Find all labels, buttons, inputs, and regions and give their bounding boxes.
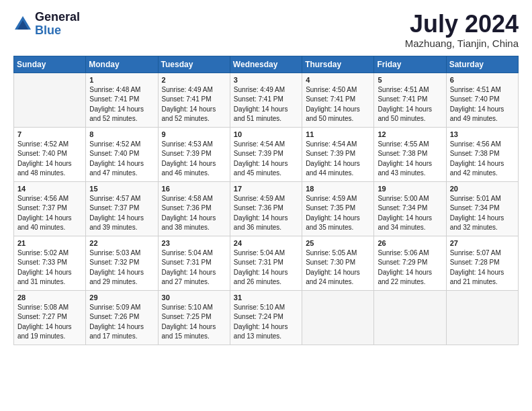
calendar-cell: 2Sunrise: 4:49 AMSunset: 7:41 PMDaylight…: [158, 73, 230, 127]
daylight-text: Daylight: 14 hoursand 36 minutes.: [234, 214, 288, 232]
day-number: 3: [234, 76, 299, 84]
calendar-cell: 10Sunrise: 4:54 AMSunset: 7:39 PMDayligh…: [230, 127, 302, 181]
day-info: Sunrise: 5:02 AMSunset: 7:33 PMDaylight:…: [17, 248, 83, 287]
day-info: Sunrise: 4:59 AMSunset: 7:36 PMDaylight:…: [234, 194, 299, 233]
sunrise-text: Sunrise: 4:52 AM: [89, 140, 140, 148]
header-tuesday: Tuesday: [158, 56, 230, 73]
calendar-cell: 29Sunrise: 5:09 AMSunset: 7:26 PMDayligh…: [86, 290, 158, 345]
day-number: 25: [306, 239, 371, 247]
header-monday: Monday: [86, 56, 158, 73]
sunrise-text: Sunrise: 5:04 AM: [162, 249, 213, 257]
sunrise-text: Sunrise: 4:51 AM: [450, 86, 501, 93]
day-number: 2: [162, 76, 227, 84]
daylight-text: Daylight: 14 hoursand 15 minutes.: [162, 323, 216, 340]
sunset-text: Sunset: 7:40 PM: [450, 95, 500, 103]
sunset-text: Sunset: 7:40 PM: [17, 150, 67, 157]
calendar-cell: 1Sunrise: 4:48 AMSunset: 7:41 PMDaylight…: [86, 73, 158, 127]
day-number: 28: [17, 293, 83, 302]
sunrise-text: Sunrise: 4:56 AM: [450, 140, 501, 148]
daylight-text: Daylight: 14 hoursand 13 minutes.: [234, 323, 288, 340]
daylight-text: Daylight: 14 hoursand 17 minutes.: [89, 323, 144, 340]
day-number: 24: [234, 239, 299, 247]
calendar-cell: 4Sunrise: 4:50 AMSunset: 7:41 PMDaylight…: [302, 73, 374, 127]
sunset-text: Sunset: 7:29 PM: [378, 259, 427, 266]
day-info: Sunrise: 5:01 AMSunset: 7:34 PMDaylight:…: [450, 194, 515, 233]
day-info: Sunrise: 5:10 AMSunset: 7:24 PMDaylight:…: [234, 303, 299, 342]
daylight-text: Daylight: 14 hoursand 32 minutes.: [450, 214, 504, 232]
title-block: July 2024 Mazhuang, Tianjin, China: [405, 11, 519, 49]
day-number: 17: [234, 185, 299, 193]
day-info: Sunrise: 5:07 AMSunset: 7:28 PMDaylight:…: [450, 248, 515, 287]
sunset-text: Sunset: 7:34 PM: [450, 204, 500, 212]
sunset-text: Sunset: 7:31 PM: [234, 259, 283, 266]
page-container: General Blue July 2024 Mazhuang, Tianjin…: [0, 0, 532, 352]
daylight-text: Daylight: 14 hoursand 45 minutes.: [234, 160, 288, 177]
day-number: 29: [89, 293, 154, 302]
sunset-text: Sunset: 7:39 PM: [162, 150, 212, 157]
sunset-text: Sunset: 7:30 PM: [306, 259, 355, 266]
calendar-cell: 11Sunrise: 4:54 AMSunset: 7:39 PMDayligh…: [302, 127, 374, 181]
calendar-cell: 17Sunrise: 4:59 AMSunset: 7:36 PMDayligh…: [230, 181, 302, 236]
day-info: Sunrise: 5:09 AMSunset: 7:26 PMDaylight:…: [89, 303, 154, 342]
day-number: 9: [162, 130, 227, 138]
calendar-cell: 3Sunrise: 4:49 AMSunset: 7:41 PMDaylight…: [230, 73, 302, 127]
day-number: 20: [450, 185, 515, 193]
sunset-text: Sunset: 7:27 PM: [17, 313, 67, 320]
sunrise-text: Sunrise: 5:09 AM: [89, 304, 140, 311]
sunset-text: Sunset: 7:41 PM: [162, 95, 212, 103]
day-info: Sunrise: 5:04 AMSunset: 7:31 PMDaylight:…: [162, 248, 227, 287]
day-number: 16: [162, 185, 227, 193]
sunset-text: Sunset: 7:26 PM: [89, 313, 139, 320]
sunrise-text: Sunrise: 4:53 AM: [162, 140, 213, 148]
sunset-text: Sunset: 7:24 PM: [234, 313, 283, 320]
month-title: July 2024: [405, 11, 519, 38]
daylight-text: Daylight: 14 hoursand 44 minutes.: [306, 160, 360, 177]
sunrise-text: Sunrise: 4:54 AM: [306, 140, 357, 148]
sunrise-text: Sunrise: 4:59 AM: [306, 195, 357, 202]
sunset-text: Sunset: 7:32 PM: [89, 259, 139, 266]
day-info: Sunrise: 4:52 AMSunset: 7:40 PMDaylight:…: [89, 140, 154, 179]
day-number: 27: [450, 239, 515, 247]
day-number: 19: [378, 185, 443, 193]
daylight-text: Daylight: 14 hoursand 26 minutes.: [234, 269, 288, 286]
calendar-cell: 23Sunrise: 5:04 AMSunset: 7:31 PMDayligh…: [158, 236, 230, 290]
sunset-text: Sunset: 7:34 PM: [378, 204, 427, 212]
sunset-text: Sunset: 7:41 PM: [234, 95, 283, 103]
sunset-text: Sunset: 7:40 PM: [89, 150, 139, 157]
sunset-text: Sunset: 7:25 PM: [162, 313, 212, 320]
calendar-cell: 15Sunrise: 4:57 AMSunset: 7:37 PMDayligh…: [86, 181, 158, 236]
sunrise-text: Sunrise: 5:01 AM: [450, 195, 501, 202]
calendar-cell: 7Sunrise: 4:52 AMSunset: 7:40 PMDaylight…: [14, 127, 86, 181]
sunrise-text: Sunrise: 5:06 AM: [378, 249, 429, 257]
day-info: Sunrise: 5:10 AMSunset: 7:25 PMDaylight:…: [162, 303, 227, 342]
daylight-text: Daylight: 14 hoursand 52 minutes.: [89, 105, 144, 123]
daylight-text: Daylight: 14 hoursand 24 minutes.: [306, 269, 360, 286]
day-info: Sunrise: 4:48 AMSunset: 7:41 PMDaylight:…: [89, 85, 154, 124]
location: Mazhuang, Tianjin, China: [405, 38, 519, 49]
sunset-text: Sunset: 7:41 PM: [306, 95, 355, 103]
sunrise-text: Sunrise: 5:10 AM: [234, 304, 285, 311]
daylight-text: Daylight: 14 hoursand 43 minutes.: [378, 160, 432, 177]
daylight-text: Daylight: 14 hoursand 40 minutes.: [17, 214, 72, 232]
calendar-week-3: 21Sunrise: 5:02 AMSunset: 7:33 PMDayligh…: [14, 236, 519, 290]
calendar-cell: 5Sunrise: 4:51 AMSunset: 7:41 PMDaylight…: [374, 73, 446, 127]
day-number: 5: [378, 76, 443, 84]
day-number: 11: [306, 130, 371, 138]
header-wednesday: Wednesday: [230, 56, 302, 73]
sunrise-text: Sunrise: 4:51 AM: [378, 86, 429, 93]
daylight-text: Daylight: 14 hoursand 46 minutes.: [162, 160, 216, 177]
calendar-cell: 27Sunrise: 5:07 AMSunset: 7:28 PMDayligh…: [446, 236, 518, 290]
daylight-text: Daylight: 14 hoursand 22 minutes.: [378, 269, 432, 286]
day-info: Sunrise: 4:49 AMSunset: 7:41 PMDaylight:…: [162, 85, 227, 124]
day-number: 21: [17, 239, 83, 247]
calendar-week-1: 7Sunrise: 4:52 AMSunset: 7:40 PMDaylight…: [14, 127, 519, 181]
day-info: Sunrise: 4:49 AMSunset: 7:41 PMDaylight:…: [234, 85, 299, 124]
daylight-text: Daylight: 14 hoursand 49 minutes.: [450, 105, 504, 123]
day-info: Sunrise: 4:59 AMSunset: 7:35 PMDaylight:…: [306, 194, 371, 233]
sunset-text: Sunset: 7:39 PM: [306, 150, 355, 157]
day-number: 4: [306, 76, 371, 84]
calendar-week-2: 14Sunrise: 4:56 AMSunset: 7:37 PMDayligh…: [14, 181, 519, 236]
sunrise-text: Sunrise: 5:10 AM: [162, 304, 213, 311]
day-info: Sunrise: 4:50 AMSunset: 7:41 PMDaylight:…: [306, 85, 371, 124]
sunset-text: Sunset: 7:36 PM: [234, 204, 283, 212]
